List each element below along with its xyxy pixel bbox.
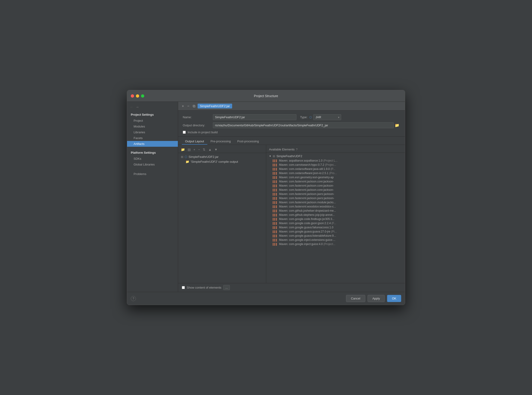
config-area: Name: Type: ⬡ JAR ▼ Output <box>178 110 405 137</box>
type-select[interactable]: JAR <box>313 114 341 120</box>
help-icon[interactable]: ? <box>296 148 298 151</box>
show-content-checkbox[interactable] <box>182 286 185 289</box>
tree-item-compile-output[interactable]: 📁 'SimpleFeathrUDF2' compile output <box>178 159 266 164</box>
list-item[interactable]: ▌▌▌ Maven: com.fasterxml.jackson.core:ja… <box>266 188 405 192</box>
tree-up-btn[interactable]: ▲ <box>207 147 212 152</box>
maven-icon: ▌▌▌ <box>273 226 277 229</box>
maven-icon: ▌▌▌ <box>273 222 277 225</box>
sidebar: ← → Project Settings Project Modules Lib… <box>127 102 178 292</box>
remove-artifact-button[interactable]: − <box>186 104 190 109</box>
minimize-button[interactable] <box>136 94 139 98</box>
split-pane: 📁 ▤ + − ⇅ ▲ ▼ ▤ ⬡ SimpleFeathrUDF2.jar <box>178 145 405 283</box>
jar-tree-icon: ▤ <box>181 155 183 158</box>
list-item[interactable]: ▌▌▌ Maven: com.fasterxml.jackson.module:… <box>266 200 405 204</box>
output-dir-input[interactable] <box>213 122 394 128</box>
sidebar-item-project[interactable]: Project <box>127 118 178 124</box>
available-group-header[interactable]: ▼ ▤ SimpleFeathrUDF2 <box>266 154 405 159</box>
sidebar-item-libraries[interactable]: Libraries <box>127 129 178 135</box>
list-item[interactable]: ▌▌▌ Maven: com.fasterxml.jackson.jaxrs:j… <box>266 192 405 196</box>
main-content: ← → Project Settings Project Modules Lib… <box>127 102 405 292</box>
list-item[interactable]: ▌▌▌ Maven: com.cedarsoftware:json-io:2.5… <box>266 171 405 175</box>
list-item[interactable]: ▌▌▌ Maven: com.google.guava:listenablefu… <box>266 234 405 238</box>
maven-icon: ▌▌▌ <box>273 197 277 200</box>
cancel-button[interactable]: Cancel <box>346 295 365 302</box>
list-item[interactable]: ▌▌▌ Maven: com.fasterxml.jackson.core:ja… <box>266 184 405 188</box>
jar-icon: ⬡ <box>309 116 312 119</box>
sidebar-item-sdks[interactable]: SDKs <box>127 156 178 162</box>
list-item[interactable]: ▌▌▌ Maven: com.carrotsearch:hppc:0.7.2 (… <box>266 163 405 167</box>
tab-output-layout[interactable]: Output Layout <box>182 138 207 145</box>
bottom-area: Show content of elements ... <box>178 283 405 292</box>
list-item[interactable]: ▌▌▌ Maven: com.esri.geometry:esri-geomet… <box>266 175 405 179</box>
list-item[interactable]: ▌▌▌ Maven: com.github.stephenc.jcip:jcip… <box>266 213 405 217</box>
tree-list-btn[interactable]: ▤ <box>187 147 192 152</box>
artifact-toolbar: + − ⧉ SimpleFeathrUDF2:jar <box>178 102 405 110</box>
output-dir-row: Output directory: 📁 <box>183 122 400 128</box>
maven-icon: ▌▌▌ <box>273 176 277 179</box>
include-build-label: Include in project build <box>188 131 217 134</box>
tab-pre-processing[interactable]: Pre-processing <box>207 138 234 145</box>
tree-remove-btn[interactable]: − <box>197 147 201 152</box>
nav-row: ← → <box>127 104 178 110</box>
close-button[interactable] <box>131 94 134 98</box>
browse-output-dir-button[interactable]: 📁 <box>394 123 400 127</box>
project-structure-dialog: Project Structure ← → Project Settings P… <box>127 90 405 305</box>
right-panel: + − ⧉ SimpleFeathrUDF2:jar Name: Type: ⬡… <box>178 102 405 292</box>
tabs-row: Output Layout Pre-processing Post-proces… <box>178 137 405 145</box>
list-item[interactable]: ▌▌▌ Maven: com.cedarsoftware:java-util:1… <box>266 167 405 171</box>
maven-icon: ▌▌▌ <box>273 189 277 191</box>
list-item[interactable]: ▌▌▌ Maven: com.fasterxml.jackson.core:ja… <box>266 179 405 184</box>
show-content-row: Show content of elements ... <box>182 285 401 290</box>
name-label: Name: <box>183 115 213 119</box>
list-item[interactable]: ▌▌▌ Maven: aopalliance:aopalliance:1.0 (… <box>266 159 405 163</box>
apply-button[interactable]: Apply <box>368 295 385 302</box>
list-item[interactable]: ▌▌▌ Maven: com.google.code.findbugs:jsr3… <box>266 217 405 221</box>
sidebar-item-modules[interactable]: Modules <box>127 124 178 129</box>
add-artifact-button[interactable]: + <box>181 104 185 109</box>
maven-icon: ▌▌▌ <box>273 185 277 187</box>
list-item[interactable]: ▌▌▌ Maven: com.google.inject.extensions:… <box>266 238 405 242</box>
copy-artifact-button[interactable]: ⧉ <box>192 104 196 109</box>
titlebar: Project Structure <box>127 90 405 102</box>
include-build-checkbox[interactable] <box>183 131 186 134</box>
type-wrapper: Type: ⬡ JAR ▼ <box>300 114 341 120</box>
dots-button[interactable]: ... <box>223 285 230 290</box>
tab-post-processing[interactable]: Post-processing <box>234 138 262 145</box>
output-dir-label: Output directory: <box>183 124 213 127</box>
sidebar-item-facets[interactable]: Facets <box>127 135 178 141</box>
artifact-name-tag[interactable]: SimpleFeathrUDF2:jar <box>198 104 232 109</box>
tree-folder-btn[interactable]: 📁 <box>180 147 186 152</box>
sidebar-item-global-libraries[interactable]: Global Libraries <box>127 162 178 167</box>
tree-pane: 📁 ▤ + − ⇅ ▲ ▼ ▤ ⬡ SimpleFeathrUDF2.jar <box>178 145 266 283</box>
maven-icon: ▌▌▌ <box>273 159 277 162</box>
tree-add-btn[interactable]: + <box>193 147 196 152</box>
list-item[interactable]: ▌▌▌ Maven: com.google.guava:failureacces… <box>266 225 405 230</box>
maximize-button[interactable] <box>141 94 144 98</box>
list-item[interactable]: ▌▌▌ Maven: com.google.inject:guice:4.0 (… <box>266 242 405 246</box>
forward-arrow[interactable]: → <box>135 105 139 109</box>
sidebar-item-problems[interactable]: Problems <box>127 171 178 177</box>
maven-icon: ▌▌▌ <box>273 230 277 233</box>
maven-icon: ▌▌▌ <box>273 209 277 212</box>
list-item[interactable]: ▌▌▌ Maven: com.github.joshelser:dropwiza… <box>266 209 405 213</box>
sidebar-item-artifacts[interactable]: Artifacts <box>127 141 178 147</box>
tree-sort-btn[interactable]: ⇅ <box>202 147 206 152</box>
list-item[interactable]: ▌▌▌ Maven: com.fasterxml.jackson.jaxrs:j… <box>266 196 405 200</box>
ok-button[interactable]: OK <box>387 295 401 302</box>
folder-icon: 📁 <box>186 160 189 163</box>
maven-icon: ▌▌▌ <box>273 180 277 183</box>
jar-icon-2: ⬡ <box>185 155 187 159</box>
maven-icon: ▌▌▌ <box>273 239 277 241</box>
list-item[interactable]: ▌▌▌ Maven: com.fasterxml.woodstox:woodst… <box>266 204 405 209</box>
tree-down-btn[interactable]: ▼ <box>213 147 218 152</box>
back-arrow[interactable]: ← <box>130 105 133 109</box>
name-input[interactable] <box>213 114 296 120</box>
help-button[interactable]: ? <box>131 296 136 301</box>
footer-buttons: Cancel Apply OK <box>346 295 401 302</box>
maven-icon: ▌▌▌ <box>273 243 277 246</box>
tree-toolbar: 📁 ▤ + − ⇅ ▲ ▼ <box>178 146 266 153</box>
list-item[interactable]: ▌▌▌ Maven: com.google.code.gson:gson:2.2… <box>266 221 405 225</box>
tree-item-jar[interactable]: ▤ ⬡ SimpleFeathrUDF2.jar <box>178 154 266 159</box>
list-item[interactable]: ▌▌▌ Maven: com.google.guava:guava:27.0-j… <box>266 230 405 234</box>
output-dir-wrapper: 📁 <box>213 122 400 128</box>
